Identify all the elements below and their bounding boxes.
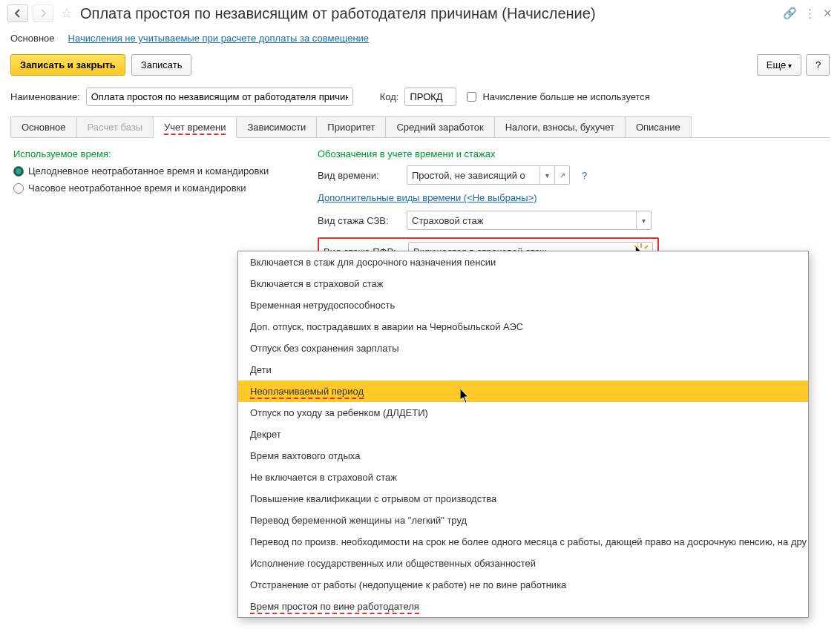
subnav-main[interactable]: Основное: [10, 33, 55, 44]
dropdown-item[interactable]: Отпуск без сохранения зарплаты: [238, 337, 808, 359]
radio-full-day-label: Целодневное неотработанное время и коман…: [28, 165, 269, 177]
favorite-star-icon[interactable]: ☆: [61, 5, 73, 22]
tab[interactable]: Зависимости: [236, 116, 317, 137]
used-time-title: Используемое время:: [13, 148, 295, 159]
time-type-value: Простой, не зависящий о: [407, 170, 539, 181]
chevron-down-icon[interactable]: ▾: [636, 211, 651, 229]
radio-hourly[interactable]: [13, 183, 24, 194]
dropdown-item[interactable]: Перевод по произв. необходимости на срок…: [238, 531, 808, 553]
dropdown-item[interactable]: Дети: [238, 359, 808, 381]
tab[interactable]: Описание: [625, 116, 692, 137]
name-input[interactable]: [86, 88, 353, 106]
tab[interactable]: Учет времени: [153, 116, 237, 138]
designations-title: Обозначения в учете времени и стажах: [318, 148, 659, 159]
szv-select[interactable]: Страховой стаж ▾: [407, 211, 652, 230]
nav-back-button[interactable]: [7, 4, 28, 22]
kebab-menu-icon[interactable]: ⋮: [804, 7, 816, 20]
tab[interactable]: Средний заработок: [385, 116, 494, 137]
more-button[interactable]: Еще: [757, 54, 801, 76]
not-used-label: Начисление больше не используется: [482, 91, 649, 102]
dropdown-item[interactable]: Повышение квалификации с отрывом от прои…: [238, 488, 808, 510]
not-used-checkbox[interactable]: [467, 92, 476, 102]
help-button[interactable]: ?: [806, 54, 830, 76]
help-icon[interactable]: ?: [582, 170, 587, 181]
radio-full-day[interactable]: [13, 166, 24, 177]
tabs: ОсновноеРасчет базыУчет времениЗависимос…: [10, 116, 830, 138]
dropdown-item[interactable]: Отстранение от работы (недопущение к раб…: [238, 574, 808, 596]
time-type-label: Вид времени:: [318, 170, 399, 181]
szv-label: Вид стажа СЗВ:: [318, 215, 399, 226]
time-type-select[interactable]: Простой, не зависящий о ▾ ↗: [407, 165, 570, 185]
dropdown-item[interactable]: Исполнение государственных или обществен…: [238, 553, 808, 574]
dropdown-item[interactable]: Доп. отпуск, пострадавших в аварии на Че…: [238, 316, 808, 337]
close-icon[interactable]: ✕: [823, 7, 833, 20]
open-ref-icon[interactable]: ↗: [554, 166, 569, 184]
save-button[interactable]: Записать: [131, 54, 192, 76]
save-and-close-button[interactable]: Записать и закрыть: [10, 54, 125, 76]
tab[interactable]: Приоритет: [316, 116, 386, 137]
dropdown-item[interactable]: Время простоя по вине работодателя: [238, 596, 808, 617]
dropdown-item[interactable]: Время вахтового отдыха: [238, 445, 808, 467]
code-label: Код:: [380, 91, 399, 102]
dropdown-item[interactable]: Включается в страховой стаж: [238, 273, 808, 294]
link-icon[interactable]: 🔗: [783, 7, 797, 20]
code-input[interactable]: [404, 88, 456, 106]
dropdown-item[interactable]: Перевод беременной женщины на "легкий" т…: [238, 510, 808, 531]
tab[interactable]: Основное: [10, 116, 77, 137]
dropdown-item[interactable]: Декрет: [238, 424, 808, 445]
radio-hourly-label: Часовое неотработанное время и командиро…: [28, 182, 246, 194]
subnav-link[interactable]: Начисления не учитываемые при расчете до…: [68, 33, 370, 44]
page-title: Оплата простоя по независящим от работод…: [80, 5, 778, 22]
dropdown-item[interactable]: Неоплачиваемый период: [238, 381, 808, 402]
chevron-down-icon[interactable]: ▾: [539, 166, 554, 184]
tab: Расчет базы: [76, 116, 154, 137]
dropdown-item[interactable]: Временная нетрудоспособность: [238, 294, 808, 316]
additional-time-types-link[interactable]: Дополнительные виды времени (<Не выбраны…: [318, 192, 537, 203]
szv-value: Страховой стаж: [407, 215, 636, 226]
dropdown-item[interactable]: Отпуск по уходу за ребенком (ДЛДЕТИ): [238, 402, 808, 424]
nav-forward-button[interactable]: [33, 4, 53, 22]
dropdown-item[interactable]: Не включается в страховой стаж: [238, 467, 808, 488]
name-label: Наименование:: [10, 91, 80, 102]
dropdown-item[interactable]: Включается в стаж для досрочного назначе…: [238, 251, 808, 273]
tab[interactable]: Налоги, взносы, бухучет: [494, 116, 626, 137]
pfr-dropdown[interactable]: Включается в стаж для досрочного назначе…: [237, 251, 809, 618]
